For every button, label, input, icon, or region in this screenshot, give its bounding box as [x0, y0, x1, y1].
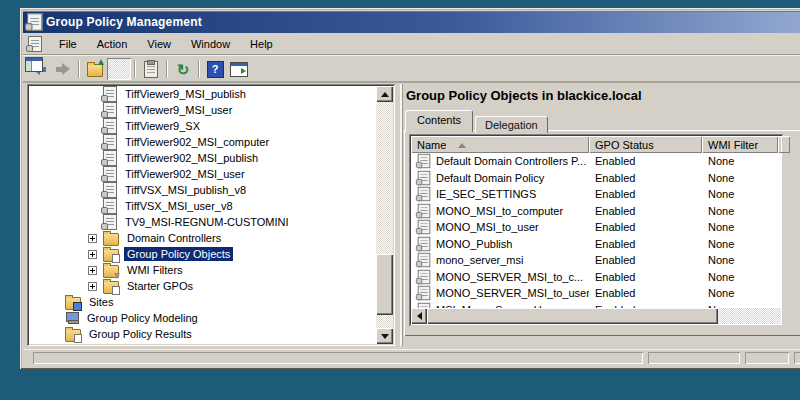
gpo-status: Enabled: [589, 287, 702, 299]
wmi-filter: None: [702, 188, 778, 200]
expand-icon[interactable]: [88, 250, 97, 259]
clipboard-button[interactable]: [139, 58, 163, 80]
tree-item-gpo-link[interactable]: TiffViewer9_MSI_publish: [29, 86, 376, 102]
tree-item-label: TiffVSX_MSI_publish_v8: [122, 183, 249, 197]
tree-item-sites[interactable]: Sites: [29, 294, 376, 310]
tree-item-gpo-link[interactable]: TiffViewer902_MSI_publish: [29, 150, 376, 166]
gpo-name: MONO_MSI_to_user: [436, 221, 539, 233]
tree-item-gpo-link[interactable]: TiffVSX_MSI_user_v8: [29, 198, 376, 214]
gpo-link-icon: [103, 134, 117, 150]
scroll-down-button[interactable]: [376, 328, 393, 344]
tree-item-gpo-link[interactable]: TiffViewer9_MSI_user: [29, 102, 376, 118]
menu-bar: File Action View Window Help: [23, 33, 800, 55]
menu-action[interactable]: Action: [88, 35, 137, 53]
menu-help[interactable]: Help: [241, 35, 282, 53]
tree-item-gpo-link[interactable]: TiffVSX_MSI_publish_v8: [29, 182, 376, 198]
list-horizontal-scrollbar[interactable]: [411, 308, 781, 324]
sort-ascending-icon: [458, 139, 466, 148]
table-row[interactable]: Default Domain Policy Enabled None: [411, 170, 781, 187]
tree-item-label: TiffViewer902_MSI_computer: [122, 135, 272, 149]
toolbar: ↻ ?: [23, 55, 800, 83]
table-row[interactable]: IE_SEC_SETTINGS Enabled None: [411, 186, 781, 203]
gpo-status: Enabled: [589, 188, 702, 200]
gpo-folder-icon: [103, 249, 119, 262]
show-console-tree-icon: [25, 57, 43, 72]
column-header-wmi-filter[interactable]: WMI Filter: [702, 136, 778, 153]
column-header-label: Name: [417, 139, 446, 151]
wmi-filter: None: [702, 155, 778, 167]
menu-file[interactable]: File: [50, 35, 86, 53]
table-row[interactable]: Default Domain Controllers P... Enabled …: [411, 153, 781, 170]
tree-item-gpo-link[interactable]: TiffViewer9_SX: [29, 118, 376, 134]
tab-strip: Contents Delegation: [405, 109, 550, 131]
table-row[interactable]: MONO_MSI_to_computer Enabled None: [411, 203, 781, 220]
status-section: [794, 352, 800, 364]
table-row[interactable]: MONO_SERVER_MSI_to_c... Enabled None: [411, 269, 781, 286]
status-section: [648, 352, 740, 364]
expand-icon[interactable]: [88, 266, 97, 275]
column-header-gpo-status[interactable]: GPO Status: [589, 136, 702, 153]
gpo-name: mono_server_msi: [436, 254, 523, 266]
tab-delegation[interactable]: Delegation: [475, 116, 548, 133]
refresh-button[interactable]: ↻: [171, 58, 195, 80]
column-header-name[interactable]: Name: [411, 136, 589, 153]
console-tree: TiffViewer9_MSI_publish TiffViewer9_MSI_…: [29, 86, 376, 344]
gpo-link-icon: [103, 86, 117, 102]
tree-item-starter-gpos[interactable]: Starter GPOs: [29, 278, 376, 294]
gpo-link-icon: [103, 182, 117, 198]
gpo-status: Enabled: [589, 254, 702, 266]
table-row[interactable]: mono_server_msi Enabled None: [411, 252, 781, 269]
up-one-level-button[interactable]: [83, 58, 107, 80]
show-console-tree-button[interactable]: [107, 58, 131, 80]
gpo-icon: [418, 171, 431, 185]
scroll-thumb[interactable]: [427, 308, 718, 324]
gpo-icon: [418, 204, 431, 218]
wmi-filter: None: [702, 205, 778, 217]
gpo-status: Enabled: [589, 205, 702, 217]
scroll-up-button[interactable]: [376, 86, 393, 102]
menu-window[interactable]: Window: [182, 35, 239, 53]
gpo-link-icon: [103, 102, 117, 118]
help-button[interactable]: ?: [203, 58, 227, 80]
tree-item-gpo-link[interactable]: TV9_MSI-REGNUM-CUSTOMINI: [29, 214, 376, 230]
scroll-left-button[interactable]: [411, 308, 427, 324]
gpo-icon: [418, 187, 431, 201]
tree-item-group-policy-results[interactable]: Group Policy Results: [29, 326, 376, 342]
table-row[interactable]: MONO_SERVER_MSI_to_user Enabled None: [411, 285, 781, 302]
tree-item-gpo-link[interactable]: TiffViewer902_MSI_computer: [29, 134, 376, 150]
tree-item-domain-controllers[interactable]: Domain Controllers: [29, 230, 376, 246]
table-row[interactable]: MONO_Publish Enabled None: [411, 236, 781, 253]
tree-item-wmi-filters[interactable]: WMI Filters: [29, 262, 376, 278]
gpo-name: Default Domain Policy: [436, 172, 544, 184]
toolbar-separator: [78, 60, 80, 78]
expand-icon[interactable]: [88, 234, 97, 243]
tree-item-group-policy-modeling[interactable]: Group Policy Modeling: [29, 310, 376, 326]
tab-contents[interactable]: Contents: [405, 110, 473, 132]
tree-item-label: Group Policy Results: [86, 327, 195, 341]
tree-vertical-scrollbar[interactable]: [376, 86, 393, 344]
gpo-status: Enabled: [589, 238, 702, 250]
triangle-down-icon: [381, 334, 389, 343]
scroll-thumb[interactable]: [376, 254, 393, 315]
gpo-icon: [418, 220, 431, 234]
tree-item-label: Starter GPOs: [124, 279, 196, 293]
status-section: [745, 352, 789, 364]
forward-button[interactable]: [51, 58, 75, 80]
menu-view[interactable]: View: [138, 35, 180, 53]
show-action-pane-button[interactable]: [227, 58, 251, 80]
title-bar[interactable]: Group Policy Management: [23, 11, 800, 33]
wmi-filter: None: [702, 238, 778, 250]
column-header-filler: [778, 136, 790, 153]
wmi-filter-folder-icon: [103, 265, 119, 278]
console-tree-pane: TiffViewer9_MSI_publish TiffViewer9_MSI_…: [27, 84, 395, 346]
tree-item-label: TiffViewer902_MSI_user: [122, 167, 248, 181]
tree-item-label: TiffViewer9_MSI_user: [122, 103, 235, 117]
table-row[interactable]: MONO_MSI_to_user Enabled None: [411, 219, 781, 236]
tree-item-label: TiffViewer9_SX: [122, 119, 203, 133]
tree-item-group-policy-objects[interactable]: Group Policy Objects: [29, 246, 376, 262]
toolbar-separator: [198, 60, 200, 78]
results-pane: Group Policy Objects in blackice.local C…: [400, 84, 800, 346]
tree-item-gpo-link[interactable]: TiffViewer902_MSI_user: [29, 166, 376, 182]
sites-folder-icon: [65, 297, 81, 310]
expand-icon[interactable]: [88, 282, 97, 291]
